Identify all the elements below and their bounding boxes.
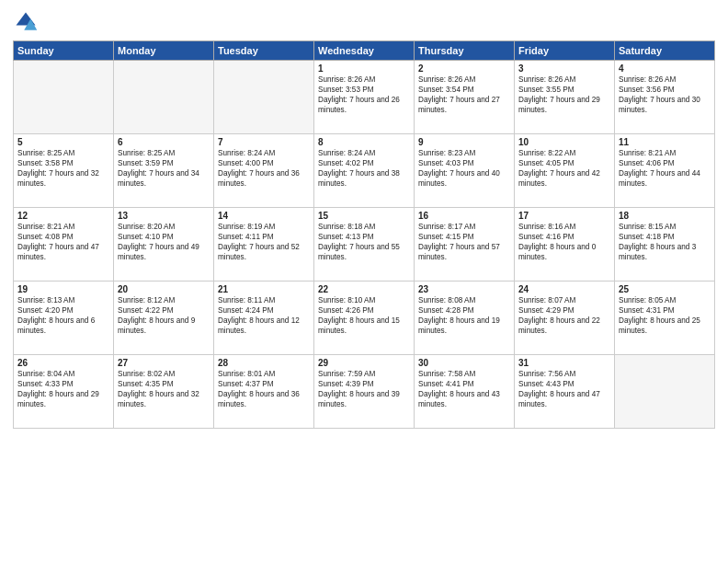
day-info: Sunrise: 8:11 AM Sunset: 4:24 PM Dayligh…	[218, 295, 310, 336]
day-number: 8	[318, 137, 410, 147]
day-info: Sunrise: 8:25 AM Sunset: 3:59 PM Dayligh…	[118, 148, 210, 189]
day-number: 2	[418, 63, 510, 74]
day-cell: 12Sunrise: 8:21 AM Sunset: 4:08 PM Dayli…	[14, 208, 114, 282]
day-number: 18	[619, 211, 711, 221]
weekday-saturday: Saturday	[615, 41, 715, 61]
day-cell: 25Sunrise: 8:05 AM Sunset: 4:31 PM Dayli…	[615, 282, 715, 355]
day-cell: 6Sunrise: 8:25 AM Sunset: 3:59 PM Daylig…	[114, 134, 214, 208]
day-number: 20	[118, 284, 210, 294]
day-number: 24	[518, 284, 610, 294]
day-info: Sunrise: 8:24 AM Sunset: 4:00 PM Dayligh…	[218, 148, 310, 189]
day-info: Sunrise: 8:26 AM Sunset: 3:53 PM Dayligh…	[318, 75, 410, 115]
day-info: Sunrise: 8:26 AM Sunset: 3:54 PM Dayligh…	[418, 75, 510, 115]
week-row-5: 26Sunrise: 8:04 AM Sunset: 4:33 PM Dayli…	[14, 355, 715, 429]
weekday-monday: Monday	[114, 41, 214, 61]
logo-icon	[13, 9, 39, 35]
day-info: Sunrise: 8:17 AM Sunset: 4:15 PM Dayligh…	[418, 222, 510, 262]
day-cell: 19Sunrise: 8:13 AM Sunset: 4:20 PM Dayli…	[14, 282, 114, 355]
day-cell: 13Sunrise: 8:20 AM Sunset: 4:10 PM Dayli…	[114, 208, 214, 282]
day-cell	[214, 61, 314, 134]
day-cell: 15Sunrise: 8:18 AM Sunset: 4:13 PM Dayli…	[314, 208, 415, 282]
day-cell: 26Sunrise: 8:04 AM Sunset: 4:33 PM Dayli…	[14, 355, 114, 429]
day-cell: 20Sunrise: 8:12 AM Sunset: 4:22 PM Dayli…	[114, 282, 214, 355]
day-cell: 4Sunrise: 8:26 AM Sunset: 3:56 PM Daylig…	[615, 61, 715, 134]
day-info: Sunrise: 8:13 AM Sunset: 4:20 PM Dayligh…	[17, 295, 109, 336]
day-info: Sunrise: 8:26 AM Sunset: 3:55 PM Dayligh…	[518, 75, 610, 115]
day-info: Sunrise: 8:01 AM Sunset: 4:37 PM Dayligh…	[218, 369, 310, 409]
day-number: 22	[318, 284, 410, 294]
week-row-3: 12Sunrise: 8:21 AM Sunset: 4:08 PM Dayli…	[14, 208, 715, 282]
weekday-friday: Friday	[515, 41, 615, 61]
day-info: Sunrise: 8:05 AM Sunset: 4:31 PM Dayligh…	[619, 295, 711, 336]
day-number: 30	[418, 358, 510, 368]
header	[13, 9, 715, 35]
day-info: Sunrise: 8:20 AM Sunset: 4:10 PM Dayligh…	[118, 222, 210, 262]
day-number: 28	[218, 358, 310, 368]
day-info: Sunrise: 8:19 AM Sunset: 4:11 PM Dayligh…	[218, 222, 310, 262]
day-cell: 7Sunrise: 8:24 AM Sunset: 4:00 PM Daylig…	[214, 134, 314, 208]
day-info: Sunrise: 8:26 AM Sunset: 3:56 PM Dayligh…	[619, 75, 711, 115]
day-cell: 3Sunrise: 8:26 AM Sunset: 3:55 PM Daylig…	[515, 61, 615, 134]
day-number: 13	[118, 211, 210, 221]
weekday-tuesday: Tuesday	[214, 41, 314, 61]
day-cell: 5Sunrise: 8:25 AM Sunset: 3:58 PM Daylig…	[14, 134, 114, 208]
day-info: Sunrise: 8:04 AM Sunset: 4:33 PM Dayligh…	[17, 369, 109, 409]
day-cell: 28Sunrise: 8:01 AM Sunset: 4:37 PM Dayli…	[214, 355, 314, 429]
day-number: 12	[17, 211, 109, 221]
day-info: Sunrise: 8:02 AM Sunset: 4:35 PM Dayligh…	[118, 369, 210, 409]
day-info: Sunrise: 7:56 AM Sunset: 4:43 PM Dayligh…	[518, 369, 610, 409]
day-info: Sunrise: 8:24 AM Sunset: 4:02 PM Dayligh…	[318, 148, 410, 189]
week-row-1: 1Sunrise: 8:26 AM Sunset: 3:53 PM Daylig…	[14, 61, 715, 134]
day-cell	[14, 61, 114, 134]
day-info: Sunrise: 7:58 AM Sunset: 4:41 PM Dayligh…	[418, 369, 510, 409]
day-cell: 11Sunrise: 8:21 AM Sunset: 4:06 PM Dayli…	[615, 134, 715, 208]
day-number: 1	[318, 63, 410, 74]
day-info: Sunrise: 7:59 AM Sunset: 4:39 PM Dayligh…	[318, 369, 410, 409]
day-cell: 16Sunrise: 8:17 AM Sunset: 4:15 PM Dayli…	[415, 208, 515, 282]
day-info: Sunrise: 8:21 AM Sunset: 4:08 PM Dayligh…	[17, 222, 109, 262]
day-number: 3	[518, 63, 610, 74]
day-info: Sunrise: 8:16 AM Sunset: 4:16 PM Dayligh…	[518, 222, 610, 262]
day-cell: 24Sunrise: 8:07 AM Sunset: 4:29 PM Dayli…	[515, 282, 615, 355]
day-cell: 30Sunrise: 7:58 AM Sunset: 4:41 PM Dayli…	[415, 355, 515, 429]
logo	[13, 9, 42, 35]
day-number: 31	[518, 358, 610, 368]
day-cell: 31Sunrise: 7:56 AM Sunset: 4:43 PM Dayli…	[515, 355, 615, 429]
day-cell: 23Sunrise: 8:08 AM Sunset: 4:28 PM Dayli…	[415, 282, 515, 355]
day-number: 16	[418, 211, 510, 221]
day-cell	[615, 355, 715, 429]
page: SundayMondayTuesdayWednesdayThursdayFrid…	[0, 0, 728, 563]
day-number: 17	[518, 211, 610, 221]
day-info: Sunrise: 8:23 AM Sunset: 4:03 PM Dayligh…	[418, 148, 510, 189]
calendar: SundayMondayTuesdayWednesdayThursdayFrid…	[13, 40, 715, 429]
day-cell: 18Sunrise: 8:15 AM Sunset: 4:18 PM Dayli…	[615, 208, 715, 282]
day-number: 6	[118, 137, 210, 147]
week-row-2: 5Sunrise: 8:25 AM Sunset: 3:58 PM Daylig…	[14, 134, 715, 208]
day-cell: 1Sunrise: 8:26 AM Sunset: 3:53 PM Daylig…	[314, 61, 415, 134]
day-info: Sunrise: 8:21 AM Sunset: 4:06 PM Dayligh…	[619, 148, 711, 189]
day-number: 27	[118, 358, 210, 368]
day-cell	[114, 61, 214, 134]
day-cell: 14Sunrise: 8:19 AM Sunset: 4:11 PM Dayli…	[214, 208, 314, 282]
day-number: 25	[619, 284, 711, 294]
day-number: 9	[418, 137, 510, 147]
day-cell: 17Sunrise: 8:16 AM Sunset: 4:16 PM Dayli…	[515, 208, 615, 282]
day-cell: 21Sunrise: 8:11 AM Sunset: 4:24 PM Dayli…	[214, 282, 314, 355]
day-info: Sunrise: 8:07 AM Sunset: 4:29 PM Dayligh…	[518, 295, 610, 336]
day-number: 29	[318, 358, 410, 368]
day-info: Sunrise: 8:15 AM Sunset: 4:18 PM Dayligh…	[619, 222, 711, 262]
day-info: Sunrise: 8:08 AM Sunset: 4:28 PM Dayligh…	[418, 295, 510, 336]
day-cell: 29Sunrise: 7:59 AM Sunset: 4:39 PM Dayli…	[314, 355, 415, 429]
day-cell: 9Sunrise: 8:23 AM Sunset: 4:03 PM Daylig…	[415, 134, 515, 208]
day-cell: 2Sunrise: 8:26 AM Sunset: 3:54 PM Daylig…	[415, 61, 515, 134]
day-number: 5	[17, 137, 109, 147]
day-number: 15	[318, 211, 410, 221]
day-number: 14	[218, 211, 310, 221]
weekday-header-row: SundayMondayTuesdayWednesdayThursdayFrid…	[14, 41, 715, 61]
day-info: Sunrise: 8:22 AM Sunset: 4:05 PM Dayligh…	[518, 148, 610, 189]
day-number: 10	[518, 137, 610, 147]
day-cell: 22Sunrise: 8:10 AM Sunset: 4:26 PM Dayli…	[314, 282, 415, 355]
day-cell: 8Sunrise: 8:24 AM Sunset: 4:02 PM Daylig…	[314, 134, 415, 208]
day-info: Sunrise: 8:12 AM Sunset: 4:22 PM Dayligh…	[118, 295, 210, 336]
day-number: 26	[17, 358, 109, 368]
